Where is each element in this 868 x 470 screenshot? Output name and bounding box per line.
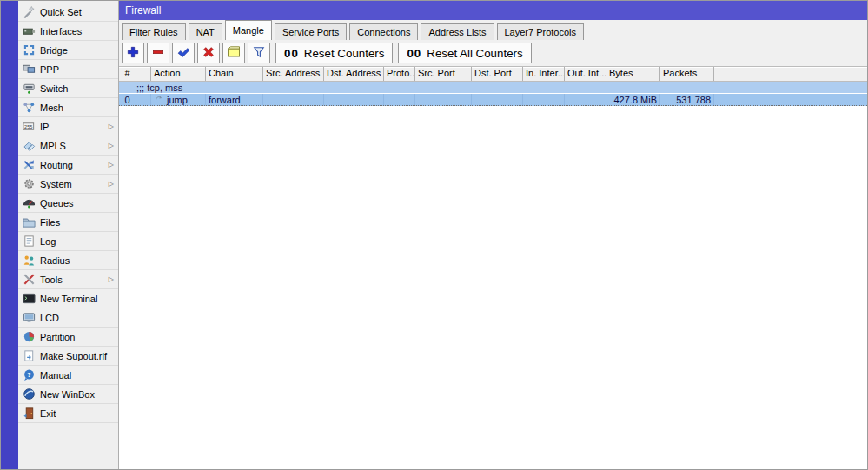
cell-action: jump: [151, 94, 206, 105]
sidebar-item-mpls[interactable]: MPLS▷: [18, 136, 118, 156]
column-header-src-port[interactable]: Src. Port: [415, 67, 472, 81]
column-header-in-inter[interactable]: In. Inter...: [523, 67, 565, 81]
plus-icon: [126, 45, 140, 62]
column-header-dst-address[interactable]: Dst. Address: [324, 67, 384, 81]
firewall-window: Firewall Filter RulesNATMangleService Po…: [119, 1, 867, 469]
tab-filter-rules[interactable]: Filter Rules: [122, 23, 186, 40]
tools-icon: [22, 273, 36, 287]
cell-packets: 531 788: [660, 94, 714, 105]
reset-zeros-label: 00: [407, 47, 421, 60]
exit-icon: [22, 407, 36, 420]
sidebar: Quick SetInterfacesBridgePPPSwitchMesh25…: [1, 1, 119, 469]
cell-dst_port: [472, 94, 523, 105]
sidebar-item-system[interactable]: System▷: [18, 175, 118, 194]
reset-all-counters-button[interactable]: 00Reset All Counters: [398, 43, 531, 63]
cell-id: 0: [119, 94, 136, 105]
column-header-action[interactable]: Action: [151, 67, 206, 81]
sidebar-item-new-winbox[interactable]: New WinBox: [18, 385, 118, 404]
reset-zeros-label: 00: [284, 47, 299, 60]
sidebar-item-quick-set[interactable]: Quick Set: [18, 3, 118, 22]
sidebar-item-exit[interactable]: Exit: [18, 404, 118, 423]
sidebar-item-label: Queues: [40, 198, 74, 209]
submenu-arrow-icon: ▷: [109, 142, 114, 149]
disable-button[interactable]: [197, 43, 220, 63]
cross-icon: [202, 45, 215, 62]
sidebar-item-new-terminal[interactable]: New Terminal: [18, 289, 118, 308]
sidebar-item-manual[interactable]: ?Manual: [18, 366, 118, 385]
cell-text: 531 788: [676, 95, 711, 105]
lcd-icon: [22, 311, 36, 325]
column-header-bytes[interactable]: Bytes: [606, 67, 660, 81]
sidebar-item-mesh[interactable]: Mesh: [18, 98, 118, 117]
rule-row[interactable]: 0jumpforward427.8 MiB531 788: [119, 94, 867, 106]
submenu-arrow-icon: ▷: [109, 275, 114, 283]
routing-icon: [22, 158, 36, 172]
add-button[interactable]: [122, 43, 144, 63]
rules-table: #ActionChainSrc. AddressDst. AddressProt…: [119, 66, 867, 469]
sidebar-menu: Quick SetInterfacesBridgePPPSwitchMesh25…: [18, 1, 118, 469]
sidebar-item-label: Make Supout.rif: [40, 351, 107, 361]
sidebar-item-switch[interactable]: Switch: [18, 79, 118, 98]
log-icon: [22, 235, 36, 248]
tab-nat[interactable]: NAT: [189, 23, 222, 40]
sidebar-item-label: Quick Set: [40, 7, 82, 17]
check-icon: [176, 45, 190, 62]
sidebar-item-bridge[interactable]: Bridge: [18, 41, 118, 60]
enable-button[interactable]: [172, 43, 195, 63]
sidebar-item-partition[interactable]: Partition: [18, 328, 118, 347]
switch-icon: [22, 82, 36, 96]
sidebar-item-make-supout-rif[interactable]: Make Supout.rif: [18, 347, 118, 366]
sidebar-item-routing[interactable]: Routing▷: [18, 156, 118, 175]
remove-button[interactable]: [147, 43, 169, 63]
reset-counters-button[interactable]: 00Reset Counters: [275, 43, 393, 63]
cell-in_interface: [523, 94, 565, 105]
sidebar-item-queues[interactable]: Queues: [18, 194, 118, 213]
comment-button[interactable]: [222, 43, 245, 63]
sidebar-item-label: Mesh: [40, 103, 63, 113]
cell-bytes: 427.8 MiB: [606, 94, 660, 105]
sidebar-item-label: Partition: [40, 332, 75, 342]
rule-comment-row[interactable]: ;;; tcp, mss: [119, 82, 867, 94]
svg-text:?: ?: [27, 371, 31, 379]
sidebar-item-label: Tools: [40, 275, 63, 285]
sidebar-item-ip[interactable]: 255IP▷: [18, 117, 118, 136]
files-icon: [22, 215, 36, 229]
column-header-packets[interactable]: Packets: [660, 67, 714, 81]
sidebar-item-label: Manual: [40, 370, 71, 381]
filter-icon: [252, 45, 266, 62]
cell-chain: forward: [206, 94, 263, 105]
column-header-[interactable]: #: [119, 67, 136, 81]
filter-button[interactable]: [248, 43, 270, 63]
radius-icon: [22, 254, 36, 268]
sidebar-item-lcd[interactable]: LCD: [18, 308, 118, 328]
column-header-proto[interactable]: Proto...: [384, 67, 415, 81]
interfaces-icon: [22, 24, 36, 38]
sidebar-item-label: Exit: [40, 408, 56, 419]
manual-icon: ?: [22, 368, 36, 382]
column-header-chain[interactable]: Chain: [206, 67, 263, 81]
partition-icon: [22, 330, 36, 344]
tab-connections[interactable]: Connections: [349, 23, 418, 40]
cell-protocol: [384, 94, 415, 105]
tab-address-lists[interactable]: Address Lists: [421, 23, 494, 40]
sidebar-item-log[interactable]: Log: [18, 232, 118, 251]
column-header-src-address[interactable]: Src. Address: [263, 67, 324, 81]
ip-icon: 255: [22, 120, 36, 134]
sidebar-item-radius[interactable]: Radius: [18, 251, 118, 270]
column-header-out-int[interactable]: Out. Int...: [565, 67, 606, 81]
sidebar-item-interfaces[interactable]: Interfaces: [18, 22, 118, 41]
sidebar-item-ppp[interactable]: PPP: [18, 60, 118, 79]
cell-text: jump: [167, 95, 188, 105]
sidebar-item-files[interactable]: Files: [18, 213, 118, 232]
cell-text: 427.8 MiB: [613, 95, 657, 105]
winbox-app: Quick SetInterfacesBridgePPPSwitchMesh25…: [0, 0, 868, 470]
column-header-dst-port[interactable]: Dst. Port: [472, 67, 523, 81]
column-header-icon[interactable]: [136, 67, 151, 81]
tab-mangle[interactable]: Mangle: [225, 20, 272, 40]
tab-layer7-protocols[interactable]: Layer7 Protocols: [497, 23, 585, 40]
sidebar-item-tools[interactable]: Tools▷: [18, 270, 118, 289]
sidebar-item-label: Log: [40, 236, 56, 247]
window-titlebar[interactable]: Firewall: [119, 1, 867, 20]
table-body: ;;; tcp, mss0jumpforward427.8 MiB531 788: [119, 82, 867, 106]
tab-service-ports[interactable]: Service Ports: [275, 23, 347, 40]
